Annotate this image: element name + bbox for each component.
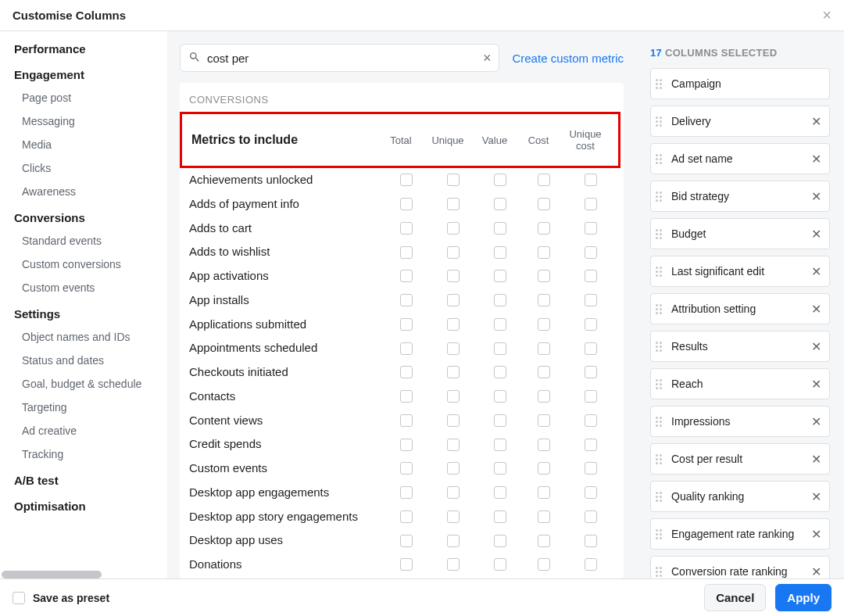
selected-columns-panel[interactable]: 17 COLUMNS SELECTED CampaignDelivery✕Ad … [636, 31, 844, 578]
sidebar-group[interactable]: Engagement [0, 60, 167, 86]
metric-checkbox[interactable] [494, 246, 506, 259]
remove-column-button[interactable]: ✕ [810, 413, 823, 431]
metric-checkbox[interactable] [400, 198, 413, 210]
metric-checkbox[interactable] [447, 414, 460, 427]
sidebar-item[interactable]: Goal, budget & schedule [0, 372, 167, 396]
metric-checkbox[interactable] [538, 366, 550, 378]
remove-column-button[interactable]: ✕ [810, 300, 823, 318]
selected-column-card[interactable]: Reach✕ [650, 368, 830, 399]
metric-checkbox[interactable] [400, 462, 413, 475]
metric-checkbox[interactable] [585, 414, 597, 427]
metric-checkbox[interactable] [400, 390, 413, 403]
metric-checkbox[interactable] [400, 174, 413, 186]
sidebar-group[interactable]: A/B test [0, 466, 167, 492]
search-input[interactable] [207, 52, 477, 65]
metric-checkbox[interactable] [494, 294, 506, 306]
metric-checkbox[interactable] [400, 558, 413, 571]
selected-column-card[interactable]: Cost per result✕ [650, 443, 830, 475]
metric-checkbox[interactable] [400, 486, 413, 499]
drag-handle-icon[interactable] [656, 116, 663, 127]
drag-handle-icon[interactable] [656, 229, 663, 239]
selected-column-card[interactable]: Delivery✕ [650, 106, 830, 137]
metric-checkbox[interactable] [400, 439, 413, 451]
remove-column-button[interactable]: ✕ [810, 563, 823, 579]
sidebar-item[interactable]: Awareness [0, 180, 167, 203]
metric-checkbox[interactable] [447, 558, 460, 571]
metric-checkbox[interactable] [538, 246, 550, 259]
metric-checkbox[interactable] [538, 414, 550, 427]
metric-checkbox[interactable] [494, 439, 506, 451]
metric-checkbox[interactable] [447, 510, 460, 523]
drag-handle-icon[interactable] [656, 79, 663, 89]
metric-checkbox[interactable] [494, 318, 506, 331]
metric-checkbox[interactable] [494, 366, 506, 378]
drag-handle-icon[interactable] [656, 342, 663, 352]
selected-column-card[interactable]: Results✕ [650, 331, 830, 362]
selected-column-card[interactable]: Attribution setting✕ [650, 293, 830, 324]
metric-checkbox[interactable] [400, 318, 413, 331]
metric-checkbox[interactable] [585, 270, 597, 282]
metric-checkbox[interactable] [585, 318, 597, 331]
metric-checkbox[interactable] [447, 318, 460, 331]
metric-checkbox[interactable] [447, 439, 460, 451]
metric-checkbox[interactable] [538, 270, 550, 282]
drag-handle-icon[interactable] [656, 267, 663, 277]
remove-column-button[interactable]: ✕ [810, 225, 823, 243]
sidebar-item[interactable]: Media [0, 133, 167, 156]
sidebar-group[interactable]: Conversions [0, 203, 167, 229]
metric-checkbox[interactable] [585, 366, 597, 378]
sidebar-group[interactable]: Optimisation [0, 492, 167, 518]
metric-checkbox[interactable] [538, 486, 550, 499]
metric-checkbox[interactable] [538, 462, 550, 475]
sidebar-item[interactable]: Page post [0, 86, 167, 109]
metric-checkbox[interactable] [538, 558, 550, 571]
drag-handle-icon[interactable] [656, 454, 663, 464]
metric-checkbox[interactable] [400, 270, 413, 282]
selected-column-card[interactable]: Quality ranking✕ [650, 481, 830, 512]
selected-column-card[interactable]: Campaign [650, 68, 830, 99]
metric-checkbox[interactable] [447, 222, 460, 235]
metric-checkbox[interactable] [585, 462, 597, 475]
metric-checkbox[interactable] [585, 390, 597, 403]
selected-column-card[interactable]: Ad set name✕ [650, 143, 830, 174]
metric-checkbox[interactable] [447, 486, 460, 499]
metric-checkbox[interactable] [585, 198, 597, 210]
metric-checkbox[interactable] [447, 390, 460, 403]
metric-checkbox[interactable] [538, 294, 550, 306]
metric-checkbox[interactable] [538, 198, 550, 210]
metric-checkbox[interactable] [400, 294, 413, 306]
metric-checkbox[interactable] [585, 486, 597, 499]
apply-button[interactable]: Apply [775, 584, 831, 611]
metric-checkbox[interactable] [585, 558, 597, 571]
metric-checkbox[interactable] [585, 294, 597, 306]
sidebar-item[interactable]: Messaging [0, 109, 167, 133]
remove-column-button[interactable]: ✕ [810, 375, 823, 393]
remove-column-button[interactable]: ✕ [810, 525, 823, 543]
drag-handle-icon[interactable] [656, 492, 663, 502]
metric-checkbox[interactable] [447, 246, 460, 259]
metric-checkbox[interactable] [400, 246, 413, 259]
sidebar-item[interactable]: Object names and IDs [0, 325, 167, 349]
metric-checkbox[interactable] [494, 342, 506, 355]
metric-checkbox[interactable] [400, 414, 413, 427]
selected-column-card[interactable]: Conversion rate ranking✕ [650, 556, 830, 578]
drag-handle-icon[interactable] [656, 154, 663, 164]
drag-handle-icon[interactable] [656, 379, 663, 389]
sidebar-item[interactable]: Ad creative [0, 419, 167, 442]
metrics-scroll-area[interactable]: CONVERSIONS Metrics to include Total Uni… [180, 83, 624, 578]
metric-checkbox[interactable] [538, 342, 550, 355]
metric-checkbox[interactable] [585, 222, 597, 235]
metric-checkbox[interactable] [538, 318, 550, 331]
sidebar-item[interactable]: Status and dates [0, 349, 167, 372]
metric-checkbox[interactable] [494, 535, 506, 547]
search-box[interactable]: × [180, 44, 499, 72]
remove-column-button[interactable]: ✕ [810, 113, 823, 131]
metric-checkbox[interactable] [447, 462, 460, 475]
selected-column-card[interactable]: Last significant edit✕ [650, 256, 830, 287]
save-as-preset-checkbox[interactable] [13, 592, 25, 604]
metric-checkbox[interactable] [494, 558, 506, 571]
metric-checkbox[interactable] [494, 198, 506, 210]
sidebar-item[interactable]: Tracking [0, 442, 167, 466]
search-clear-button[interactable]: × [483, 51, 492, 65]
cancel-button[interactable]: Cancel [704, 584, 766, 611]
